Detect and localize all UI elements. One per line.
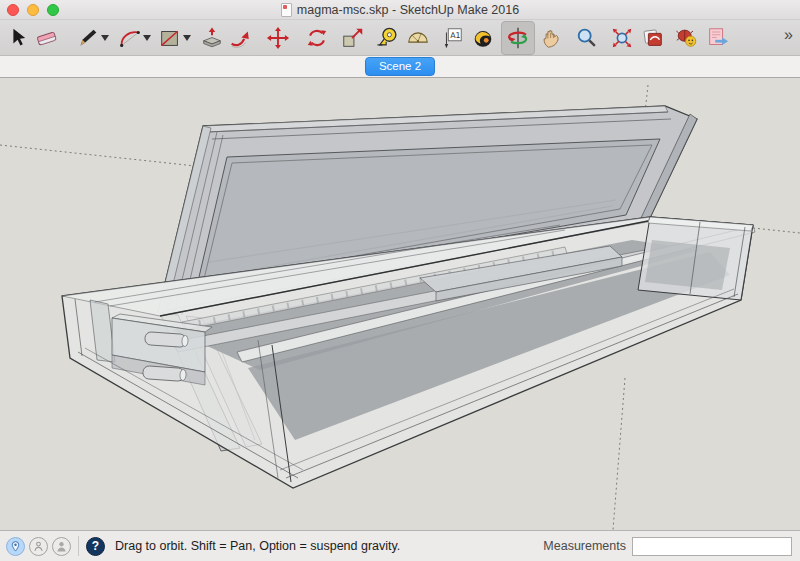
scale-tool-button[interactable] [340,25,366,51]
document-icon [281,3,292,17]
move-tool-button[interactable] [265,25,291,51]
zoom-window-button[interactable] [47,4,59,16]
zoom-extents-icon [610,26,634,50]
send-to-layout-tool-button[interactable] [705,25,731,51]
box-right-end-cap [638,217,753,300]
traffic-lights [7,4,59,16]
send-to-layout-icon [706,26,730,50]
paint-bucket-icon [471,26,495,50]
toolbar-overflow-button[interactable]: » [784,26,792,44]
scene-tab-active[interactable]: Scene 2 [365,57,435,76]
push-pull-icon [200,26,224,50]
orbit-tool-button[interactable] [501,21,535,55]
geolocation-pin-icon [7,537,24,556]
extension-bug-icon [675,26,699,50]
credits-button[interactable] [29,537,48,556]
sketchup-window: magma-msc.skp - SketchUp Make 2016 [0,0,800,561]
line-tool-button[interactable] [75,25,101,51]
axis-right-segment [753,228,800,233]
text-tool-button[interactable]: A1 [439,25,465,51]
shapes-dropdown-caret-icon[interactable] [183,35,191,41]
model-viewport[interactable] [0,78,800,530]
pan-hand-icon [540,26,564,50]
status-hint-text: Drag to orbit. Shift = Pan, Option = sus… [115,539,400,553]
paint-bucket-tool-button[interactable] [470,25,496,51]
geolocation-button[interactable] [6,537,25,556]
arc-dropdown-caret-icon[interactable] [143,35,151,41]
follow-me-icon [228,26,252,50]
measurements-label: Measurements [543,539,626,553]
measurements-input[interactable] [632,537,792,556]
select-tool-button[interactable] [5,25,31,51]
zoom-extents-tool-button[interactable] [609,25,635,51]
arc-icon [118,26,142,50]
rotate-tool-button[interactable] [304,25,330,51]
tape-measure-tool-button[interactable] [375,25,401,51]
scene-tab-bar: Scene 2 [0,56,800,78]
window-title: magma-msc.skp - SketchUp Make 2016 [297,3,519,17]
model-canvas-svg [0,78,800,530]
person-filled-icon [53,537,70,556]
extension-warehouse-tool-button[interactable] [674,25,700,51]
eraser-tool-button[interactable] [34,25,60,51]
scale-icon [341,26,365,50]
shapes-tool-button[interactable] [157,25,183,51]
rotate-icon [305,26,329,50]
line-dropdown-caret-icon[interactable] [101,35,109,41]
pencil-icon [76,26,100,50]
rectangle-icon [158,26,182,50]
person-outline-icon [30,537,47,556]
title-bar: magma-msc.skp - SketchUp Make 2016 [0,0,800,20]
eraser-icon [35,26,59,50]
axis-left-segment [0,145,205,167]
warehouse-tool-button[interactable] [640,25,666,51]
protractor-icon [406,26,430,50]
toolbar: A1 » [0,20,800,56]
zoom-magnifier-icon [575,26,599,50]
tape-measure-icon [376,26,400,50]
box-group [62,217,755,488]
axis-down-segment [613,378,625,530]
statusbar-divider [78,536,79,556]
minimize-button[interactable] [27,4,39,16]
text-tool-icon: A1 [440,26,464,50]
arc-tool-button[interactable] [117,25,143,51]
pan-tool-button[interactable] [539,25,565,51]
follow-me-tool-button[interactable] [227,25,253,51]
close-button[interactable] [7,4,19,16]
protractor-tool-button[interactable] [405,25,431,51]
3d-warehouse-icon [641,26,665,50]
orbit-icon [506,26,530,50]
zoom-tool-button[interactable] [574,25,600,51]
select-arrow-icon [6,26,30,50]
push-pull-tool-button[interactable] [199,25,225,51]
help-button[interactable]: ? [86,537,105,556]
move-icon [266,26,290,50]
svg-text:A1: A1 [450,31,460,40]
sign-in-button[interactable] [52,537,71,556]
status-bar: ? Drag to orbit. Shift = Pan, Option = s… [0,530,800,561]
